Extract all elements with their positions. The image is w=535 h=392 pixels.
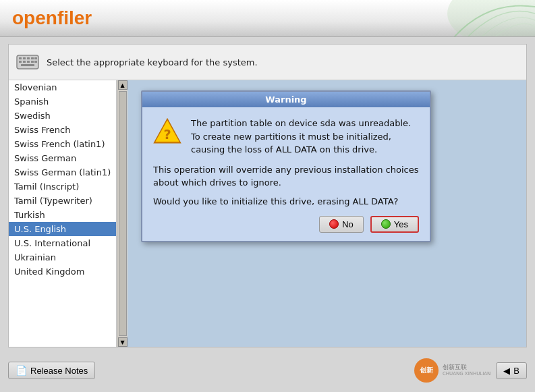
no-dot: [329, 219, 339, 229]
dialog-title-bar: Warning: [142, 92, 430, 107]
svg-rect-11: [34, 57, 37, 59]
list-scrollbar[interactable]: ▲ ▼: [117, 80, 128, 347]
instruction-text: Select the appropriate keyboard for the …: [47, 57, 258, 67]
lang-item[interactable]: Spanish: [9, 94, 116, 109]
lang-item[interactable]: Ukrainian: [9, 250, 116, 264]
lang-item[interactable]: Swiss German: [9, 151, 116, 165]
svg-rect-8: [27, 61, 30, 63]
lang-item[interactable]: Tamil (Typewriter): [9, 194, 116, 208]
doc-icon: 📄: [16, 365, 27, 376]
watermark-icon: 创新: [414, 358, 439, 383]
logo: openfiler: [12, 7, 92, 29]
scroll-down-button[interactable]: ▼: [118, 337, 128, 347]
dialog-message1: The partition table on device sda was un…: [191, 117, 419, 157]
svg-rect-6: [19, 61, 22, 63]
logo-prefix: open: [12, 7, 57, 28]
right-panel: Warning ? The partition table on device …: [128, 80, 526, 347]
lang-item[interactable]: Turkish: [9, 208, 116, 222]
yes-dot: [381, 219, 391, 229]
yes-button[interactable]: Yes: [370, 216, 419, 233]
svg-rect-4: [27, 57, 30, 59]
back-arrow: ◀: [503, 366, 510, 376]
back-button[interactable]: ◀ B: [496, 362, 527, 379]
lang-item[interactable]: Swiss French: [9, 123, 116, 137]
main-panel: Select the appropriate keyboard for the …: [8, 44, 527, 347]
header: openfiler: [0, 0, 535, 37]
dialog-question: Would you like to initialize this drive,…: [153, 196, 419, 206]
lang-item[interactable]: Tamil (Inscript): [9, 179, 116, 194]
dialog-buttons: No Yes: [153, 213, 419, 233]
instruction-bar: Select the appropriate keyboard for the …: [9, 45, 526, 80]
release-notes-button[interactable]: 📄 Release Notes: [8, 362, 95, 379]
dialog-top-row: ? The partition table on device sda was …: [153, 117, 419, 157]
warning-dialog: Warning ? The partition table on device …: [141, 90, 431, 242]
watermark: 创新 创新互联 CHUANG XINHULIAN: [414, 358, 490, 383]
scroll-up-button[interactable]: ▲: [118, 80, 128, 90]
watermark-sub: CHUANG XINHULIAN: [443, 371, 490, 376]
lang-item[interactable]: Swiss French (latin1): [9, 137, 116, 151]
lang-item[interactable]: Swiss German (latin1): [9, 165, 116, 179]
svg-rect-7: [23, 61, 26, 63]
logo-suffix: filer: [57, 7, 92, 28]
svg-rect-3: [23, 57, 26, 59]
lang-item[interactable]: Swedish: [9, 109, 116, 123]
svg-rect-9: [31, 61, 34, 63]
warning-icon: ?: [153, 117, 181, 145]
no-button[interactable]: No: [319, 216, 364, 233]
yes-label: Yes: [394, 219, 408, 229]
release-notes-label: Release Notes: [30, 366, 88, 376]
language-list[interactable]: SlovenianSpanishSwedishSwiss FrenchSwiss…: [9, 80, 117, 347]
svg-rect-10: [21, 64, 34, 66]
lang-item[interactable]: U.S. English: [9, 222, 116, 236]
dialog-body: ? The partition table on device sda was …: [142, 107, 430, 241]
no-label: No: [342, 219, 354, 229]
scroll-thumb[interactable]: [119, 91, 127, 336]
lang-item[interactable]: Slovenian: [9, 80, 116, 94]
dialog-message2: This operation will override any previou…: [153, 163, 419, 190]
watermark-brand: 创新互联: [443, 364, 490, 371]
svg-rect-12: [34, 61, 37, 63]
footer: 📄 Release Notes 创新 创新互联 CHUANG XINHULIAN…: [0, 354, 535, 387]
svg-text:?: ?: [163, 127, 171, 142]
lang-item[interactable]: U.S. International: [9, 236, 116, 250]
watermark-text: 创新互联 CHUANG XINHULIAN: [443, 364, 490, 376]
keyboard-icon: [16, 50, 40, 74]
back-label: B: [513, 366, 519, 376]
header-swirl: [387, 0, 535, 37]
svg-rect-2: [19, 57, 22, 59]
lang-item[interactable]: United Kingdom: [9, 264, 116, 279]
content-area: SlovenianSpanishSwedishSwiss FrenchSwiss…: [9, 80, 526, 347]
dialog-title: Warning: [265, 94, 306, 105]
svg-rect-5: [31, 57, 34, 59]
